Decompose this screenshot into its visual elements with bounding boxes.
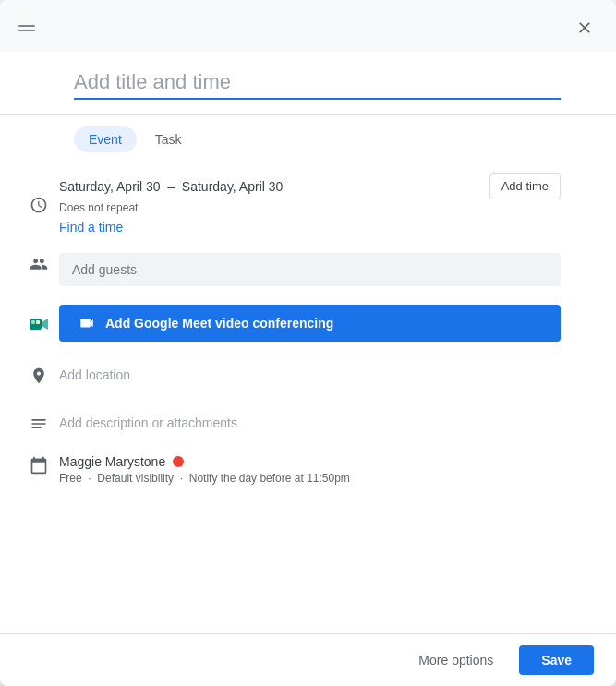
location-row: Add location <box>0 351 616 399</box>
end-date: Saturday, April 30 <box>182 179 283 194</box>
meet-button-label: Add Google Meet video conferencing <box>105 316 333 331</box>
repeat-text[interactable]: Does not repeat <box>59 201 561 214</box>
calendar-meta: Free · Default visibility · Notify the d… <box>59 472 561 485</box>
guests-input[interactable] <box>59 253 561 286</box>
add-time-button[interactable]: Add time <box>489 173 561 199</box>
guests-content <box>59 253 561 286</box>
date-range[interactable]: Saturday, April 30 – Saturday, April 30 <box>59 179 283 194</box>
save-button[interactable]: Save <box>519 645 594 675</box>
calendar-visibility: Default visibility <box>97 472 174 485</box>
title-input[interactable] <box>74 66 561 100</box>
start-date: Saturday, April 30 <box>59 179 160 194</box>
svg-rect-0 <box>30 319 42 330</box>
calendar-row: Maggie Marystone Free · Default visibili… <box>0 447 616 492</box>
date-time-line: Saturday, April 30 – Saturday, April 30 … <box>59 173 561 199</box>
drag-handle[interactable] <box>18 25 35 31</box>
calendar-icon <box>18 454 59 475</box>
status-dot <box>173 456 184 467</box>
close-icon <box>575 18 594 37</box>
svg-rect-3 <box>36 320 40 324</box>
tab-task[interactable]: Task <box>140 126 197 152</box>
more-options-button[interactable]: More options <box>404 645 508 675</box>
calendar-status: Free <box>59 472 82 485</box>
find-a-time-link[interactable]: Find a time <box>59 214 561 235</box>
add-meet-button[interactable]: Add Google Meet video conferencing <box>59 305 561 342</box>
calendar-notify: Notify the day before at 11:50pm <box>189 472 350 485</box>
svg-marker-1 <box>42 319 48 330</box>
location-placeholder[interactable]: Add location <box>59 360 561 390</box>
dialog-header <box>0 0 616 52</box>
meet-icon <box>18 311 59 335</box>
date-separator: – <box>167 179 175 194</box>
dialog-footer: More options Save <box>0 633 616 686</box>
meet-video-icon <box>78 314 96 332</box>
people-icon <box>18 253 59 273</box>
title-section <box>0 52 616 115</box>
date-content: Saturday, April 30 – Saturday, April 30 … <box>59 173 561 235</box>
owner-name: Maggie Marystone <box>59 454 165 469</box>
tab-event[interactable]: Event <box>74 126 137 152</box>
dialog-body: Event Task Saturday, April 30 – Saturday… <box>0 52 616 633</box>
clock-icon <box>18 194 59 214</box>
location-content: Add location <box>59 360 561 390</box>
tabs-section: Event Task <box>0 115 616 163</box>
calendar-owner-line: Maggie Marystone <box>59 454 561 469</box>
date-row: Saturday, April 30 – Saturday, April 30 … <box>0 163 616 244</box>
close-button[interactable] <box>568 11 601 44</box>
calendar-content: Maggie Marystone Free · Default visibili… <box>59 454 561 485</box>
meet-content: Add Google Meet video conferencing <box>59 305 561 342</box>
description-placeholder[interactable]: Add description or attachments <box>59 408 561 438</box>
description-icon <box>18 413 59 433</box>
meet-row: Add Google Meet video conferencing <box>0 295 616 351</box>
svg-rect-2 <box>31 320 35 324</box>
tabs-container: Event Task <box>74 126 542 152</box>
guests-row <box>0 244 616 295</box>
event-dialog: Event Task Saturday, April 30 – Saturday… <box>0 0 616 686</box>
description-row: Add description or attachments <box>0 399 616 447</box>
location-icon <box>18 365 59 385</box>
description-content: Add description or attachments <box>59 408 561 438</box>
